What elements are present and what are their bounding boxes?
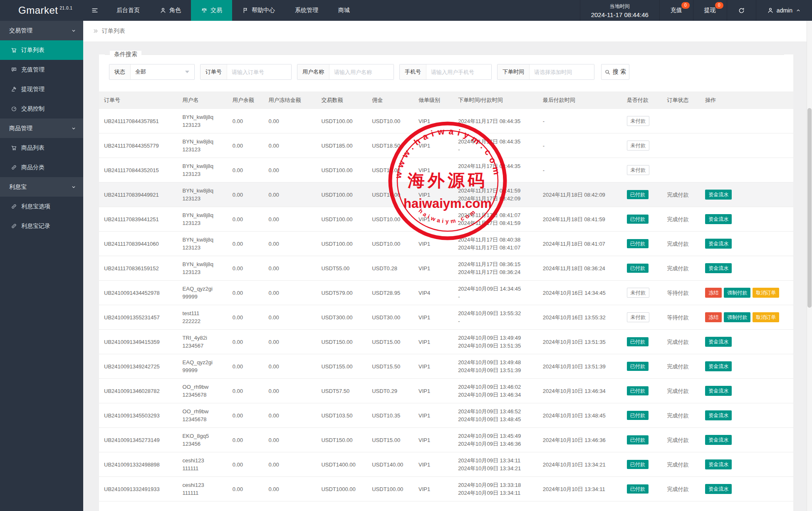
username-input[interactable] [329, 64, 394, 79]
username: ceshi123111111 [178, 477, 228, 501]
fund-flow-button[interactable]: 资金流水 [705, 410, 732, 420]
local-time: 当地时间 2024-11-17 08:44:46 [580, 0, 659, 21]
collapse-menu-button[interactable] [83, 0, 106, 21]
sidebar-item-goods-category[interactable]: 商品分类 [0, 158, 83, 177]
refresh-button[interactable] [727, 0, 756, 21]
admin-menu[interactable]: admin [756, 0, 812, 21]
user-frozen: 0.00 [264, 158, 317, 183]
order-time-input[interactable] [530, 64, 594, 79]
gavel-icon [11, 86, 17, 92]
commission: USDT10.00 [367, 109, 413, 133]
user-frozen: 0.00 [264, 232, 317, 256]
nav-item-system[interactable]: 系统管理 [285, 0, 328, 21]
page-scrollbar[interactable] [807, 21, 812, 511]
username: OO_rh9bw12345678 [178, 403, 228, 428]
commission: USDT28.95 [367, 281, 413, 305]
sidebar-item-goods-list[interactable]: 商品列表 [0, 138, 83, 158]
nav-item-trade[interactable]: 交易 [191, 0, 232, 21]
user-balance: 0.00 [228, 183, 264, 207]
nav-item-help[interactable]: 帮助中心 [232, 0, 285, 21]
link-icon [11, 164, 17, 170]
order-number: UB2410091346028782 [99, 379, 178, 403]
pay-state: 已付款 [622, 477, 662, 501]
local-time-label: 当地时间 [610, 3, 630, 10]
vip-level: VIP1 [413, 403, 453, 428]
row-actions [700, 109, 793, 133]
trade-amount: USDT579.00 [316, 281, 367, 305]
commission: USDT18.50 [367, 133, 413, 158]
sidebar-item-withdraw-manage[interactable]: 提现管理 [0, 79, 83, 99]
pay-state: 未付款 [622, 158, 662, 183]
force-pay-button[interactable]: 强制付款 [724, 312, 750, 322]
sidebar-item-trade-control[interactable]: 交易控制 [0, 99, 83, 118]
table-row: UB2410091332498898ceshi1231111110.000.00… [99, 452, 793, 477]
orders-card: 条件搜索 状态 全部 订单号 用户名称 手机号 [99, 54, 793, 511]
table-row: UB2410091346028782OO_rh9bw123456780.000.… [99, 379, 793, 403]
freeze-button[interactable]: 冻结 [705, 312, 722, 322]
user-frozen: 0.00 [264, 428, 317, 452]
withdraw-notice-button[interactable]: 提现 0 [693, 0, 727, 21]
cancel-order-button[interactable]: 取消订单 [753, 288, 779, 298]
nav-item-dashboard[interactable]: 后台首页 [106, 0, 150, 21]
commission: USDT10.00 [367, 183, 413, 207]
last-pay-time: 2024年10月10日 13:51:39 [538, 354, 622, 379]
sidebar-group-goods[interactable]: 商品管理 [0, 118, 83, 138]
pay-state: 已付款 [622, 256, 662, 281]
order-status: 等待付款 [662, 305, 700, 330]
order-status [662, 133, 700, 158]
phone-input[interactable] [426, 64, 491, 79]
order-number: UB2411170839449921 [99, 183, 178, 207]
col-actions: 操作 [700, 91, 793, 109]
fund-flow-button[interactable]: 资金流水 [705, 263, 732, 273]
fund-flow-button[interactable]: 资金流水 [705, 435, 732, 445]
user-balance: 0.00 [228, 232, 264, 256]
row-actions: 资金流水 [700, 354, 793, 379]
fund-flow-button[interactable]: 资金流水 [705, 214, 732, 224]
order-number: UB2410091332498898 [99, 452, 178, 477]
fund-flow-button[interactable]: 资金流水 [705, 386, 732, 396]
sidebar-group-interest[interactable]: 利息宝 [0, 177, 83, 197]
order-pay-time: 2024年11月17日 08:41:072024年11月17日 08:41:59 [453, 207, 538, 232]
row-actions: 资金流水 [700, 232, 793, 256]
pay-state: 已付款 [622, 452, 662, 477]
sidebar-item-order-list[interactable]: 订单列表 [0, 40, 83, 60]
trade-amount: USDT155.00 [316, 354, 367, 379]
recharge-notice-button[interactable]: 充值 0 [659, 0, 693, 21]
scrollbar-thumb[interactable] [807, 108, 812, 308]
order-number: UB2411170844357851 [99, 109, 178, 133]
user-frozen: 0.00 [264, 281, 317, 305]
nav-item-mall[interactable]: 商城 [328, 0, 360, 21]
fund-flow-button[interactable]: 资金流水 [705, 484, 732, 494]
username: OO_rh9bw12345678 [178, 379, 228, 403]
commission: USDT0.29 [367, 379, 413, 403]
nav-item-roles[interactable]: 角色 [150, 0, 191, 21]
sidebar-group-trade[interactable]: 交易管理 [0, 21, 83, 40]
fund-flow-button[interactable]: 资金流水 [705, 190, 732, 200]
last-pay-time: 2024年10月16日 13:55:32 [538, 305, 622, 330]
sidebar-item-recharge-manage[interactable]: 充值管理 [0, 60, 83, 79]
username: EAQ_qyz2gi99999 [178, 281, 228, 305]
paid-badge: 已付款 [627, 264, 649, 273]
paid-badge: 已付款 [627, 484, 649, 494]
fund-flow-button[interactable]: 资金流水 [705, 239, 732, 249]
order-pay-time: 2024年10月09日 13:49:482024年10月09日 13:51:39 [453, 354, 538, 379]
sidebar-item-interest-records[interactable]: 利息宝记录 [0, 216, 83, 236]
status-select[interactable]: 状态 全部 [109, 64, 195, 80]
col-username: 用户名 [178, 91, 228, 109]
trade-amount: USDT300.00 [316, 305, 367, 330]
order-status: 完成付款 [662, 452, 700, 477]
local-time-value: 2024-11-17 08:44:46 [591, 11, 649, 18]
cancel-order-button[interactable]: 取消订单 [753, 312, 779, 322]
sidebar-item-interest-options[interactable]: 利息宝选项 [0, 197, 83, 216]
force-pay-button[interactable]: 强制付款 [724, 288, 750, 298]
fund-flow-button[interactable]: 资金流水 [705, 361, 732, 371]
fund-flow-button[interactable]: 资金流水 [705, 459, 732, 469]
order-no-input[interactable] [227, 64, 291, 79]
order-number: UB2411170844352015 [99, 158, 178, 183]
order-number: UB2410091349415359 [99, 330, 178, 354]
fund-flow-button[interactable]: 资金流水 [705, 337, 732, 347]
search-button[interactable]: 搜 索 [601, 64, 629, 80]
order-status [662, 109, 700, 133]
freeze-button[interactable]: 冻结 [705, 288, 722, 298]
order-status: 等待付款 [662, 281, 700, 305]
